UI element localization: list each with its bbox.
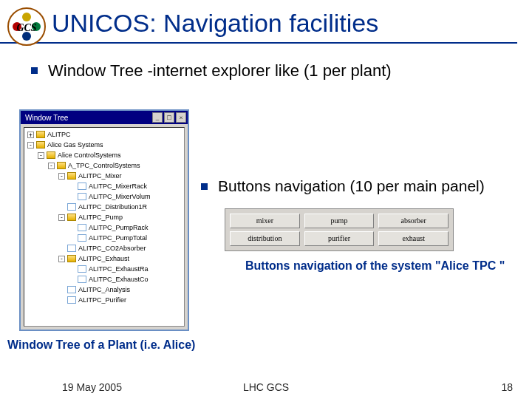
tree-node[interactable]: ALITPC_ExhaustRa xyxy=(24,264,184,274)
indent xyxy=(24,160,48,171)
tree-node[interactable]: ALITPC_PumpRack xyxy=(24,222,184,233)
indent xyxy=(24,243,58,253)
nav-button[interactable]: pump xyxy=(304,214,375,228)
tree-node-label: ALITPC_MixerRack xyxy=(89,183,147,190)
spacer xyxy=(58,245,65,252)
indent xyxy=(24,295,58,305)
page-icon xyxy=(78,183,86,190)
tree-node[interactable]: ALITPC_CO2Absorber xyxy=(24,243,184,253)
indent xyxy=(24,284,58,295)
indent xyxy=(24,212,58,222)
page-icon xyxy=(78,234,86,242)
folder-icon xyxy=(47,151,55,159)
tree-node-label: ALITPC_Purifier xyxy=(78,296,126,304)
spacer xyxy=(58,204,65,211)
tree-node-label: ALITPC_PumpRack xyxy=(89,224,149,231)
square-bullet-icon xyxy=(201,183,208,190)
footer-center: LHC GCS xyxy=(0,381,532,393)
footer: 19 May 2005 LHC GCS 18 xyxy=(0,381,532,393)
spacer xyxy=(58,287,65,293)
tree-node-label: ALITPC_CO2Absorber xyxy=(78,245,146,252)
page-icon xyxy=(78,193,86,200)
bullet-2: Buttons navigation (10 per main panel) xyxy=(201,177,523,195)
close-button[interactable]: × xyxy=(176,112,186,123)
slide-title: UNICOS: Navigation facilities xyxy=(52,9,517,38)
tree-node-label: ALITPC_ExhaustCo xyxy=(89,276,149,283)
tree-area[interactable]: +ALITPC-Alice Gas Systems-Alice ControlS… xyxy=(24,127,185,327)
collapse-icon[interactable]: - xyxy=(38,152,44,159)
page-icon xyxy=(67,245,76,252)
page-icon xyxy=(78,224,86,231)
nav-button[interactable]: exhaust xyxy=(378,231,449,246)
button-row-2: distribution purifier exhaust xyxy=(228,230,450,248)
nav-button[interactable]: purifier xyxy=(304,231,375,246)
title-bar[interactable]: Window Tree _ □ × xyxy=(21,111,188,124)
folder-icon xyxy=(57,162,66,169)
tree-node[interactable]: ALITPC_MixerVolum xyxy=(24,191,184,202)
collapse-icon[interactable]: - xyxy=(58,173,65,180)
spacer xyxy=(69,194,75,200)
collapse-icon[interactable]: - xyxy=(27,142,34,149)
folder-icon xyxy=(67,255,76,262)
tree-node[interactable]: -ALITPC_Exhaust xyxy=(24,253,184,264)
folder-icon xyxy=(67,172,76,180)
page-icon xyxy=(67,203,76,211)
folder-icon xyxy=(36,141,45,149)
logo-text: GCS xyxy=(13,22,41,34)
tree-node-label: ALITPC xyxy=(47,131,71,138)
tree-node[interactable]: ALITPC_PumpTotal xyxy=(24,233,184,243)
folder-icon xyxy=(67,214,76,221)
tree-node-label: Alice Gas Systems xyxy=(47,141,103,149)
tree-caption: Window Tree of a Plant (i.e. Alice) xyxy=(7,338,195,352)
tree-node[interactable]: ALITPC_Purifier xyxy=(24,295,184,305)
tree-node[interactable]: ALITPC_Analysis xyxy=(24,284,184,295)
indent xyxy=(24,264,69,274)
spacer xyxy=(58,297,65,304)
tree-node-label: ALITPC_Pump xyxy=(78,214,123,221)
tree-node[interactable]: ALITPC_ExhaustCo xyxy=(24,274,184,284)
bullet-2-text: Buttons navigation (10 per main panel) xyxy=(218,177,485,195)
indent xyxy=(24,253,58,264)
indent xyxy=(24,191,69,202)
logo: GCS xyxy=(7,7,46,46)
collapse-icon[interactable]: - xyxy=(58,214,65,221)
tree-node-label: ALITPC_Mixer xyxy=(78,172,122,180)
nav-button[interactable]: mixer xyxy=(230,214,300,228)
collapse-icon[interactable]: - xyxy=(48,163,55,169)
right-section: Buttons navigation (10 per main panel) m… xyxy=(201,177,523,273)
collapse-icon[interactable]: - xyxy=(58,256,65,262)
indent xyxy=(24,274,69,284)
button-row-1: mixer pump absorber xyxy=(228,212,450,230)
nav-button[interactable]: distribution xyxy=(230,231,300,246)
tree-node-label: ALITPC_Distribution1R xyxy=(78,203,147,211)
page-icon xyxy=(78,265,86,273)
tree-node[interactable]: -ALITPC_Mixer xyxy=(24,171,184,181)
bullet-1: Window Tree -internet explorer like (1 p… xyxy=(31,61,532,81)
button-panel: mixer pump absorber distribution purifie… xyxy=(225,208,454,251)
logo-dot-yellow xyxy=(22,13,31,21)
slide-header: GCS UNICOS: Navigation facilities xyxy=(0,0,532,44)
folder-icon xyxy=(36,131,45,138)
maximize-button[interactable]: □ xyxy=(164,112,174,123)
spacer xyxy=(69,266,75,273)
indent xyxy=(24,202,58,212)
tree-node[interactable]: -A_TPC_ControlSystems xyxy=(24,160,184,171)
page-icon xyxy=(67,286,76,293)
tree-node[interactable]: -ALITPC_Pump xyxy=(24,212,184,222)
minimize-button[interactable]: _ xyxy=(152,112,163,123)
tree-node-label: ALITPC_PumpTotal xyxy=(89,234,147,242)
tree-node[interactable]: ALITPC_Distribution1R xyxy=(24,202,184,212)
indent xyxy=(24,222,69,233)
tree-node-label: A_TPC_ControlSystems xyxy=(68,162,140,169)
tree-node[interactable]: -Alice Gas Systems xyxy=(24,140,184,150)
indent xyxy=(24,233,69,243)
tree-node[interactable]: +ALITPC xyxy=(24,129,184,140)
indent xyxy=(24,181,69,191)
spacer xyxy=(69,276,75,283)
tree-node[interactable]: ALITPC_MixerRack xyxy=(24,181,184,191)
nav-button[interactable]: absorber xyxy=(378,214,449,228)
page-icon xyxy=(67,296,76,304)
expand-icon[interactable]: + xyxy=(27,132,34,138)
page-icon xyxy=(78,276,86,283)
tree-node[interactable]: -Alice ControlSystems xyxy=(24,150,184,160)
